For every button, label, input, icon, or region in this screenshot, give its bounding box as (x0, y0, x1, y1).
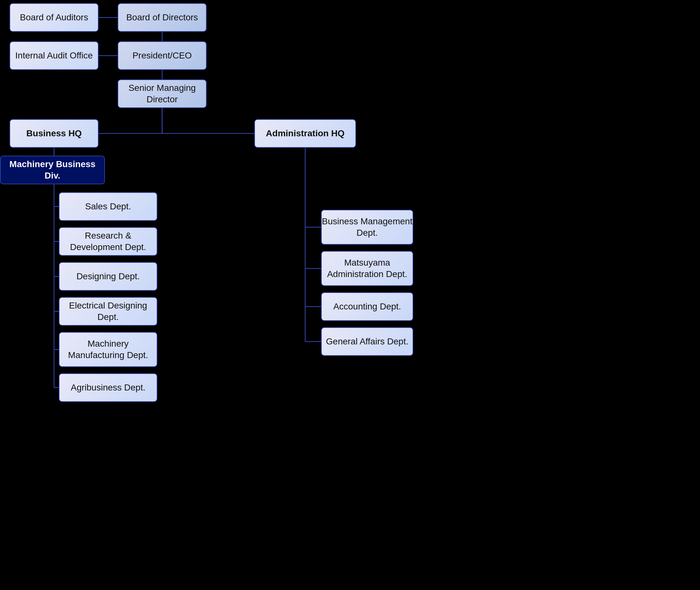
machinery-manufacturing-dept-label: Machinery Manufacturing Dept. (60, 338, 157, 361)
agribusiness-dept-label: Agribusiness Dept. (71, 382, 145, 393)
accounting-dept-node: Accounting Dept. (321, 292, 413, 321)
business-hq-label: Business HQ (26, 128, 82, 139)
machinery-business-div-label: Machinery Business Div. (1, 159, 104, 182)
designing-dept-label: Designing Dept. (76, 271, 140, 282)
business-hq-node: Business HQ (10, 119, 99, 148)
agribusiness-dept-node: Agribusiness Dept. (59, 373, 157, 402)
general-affairs-dept-label: General Affairs Dept. (326, 336, 408, 347)
sales-dept-label: Sales Dept. (85, 201, 131, 212)
research-dev-dept-label: Research & Development Dept. (60, 230, 157, 253)
general-affairs-dept-node: General Affairs Dept. (321, 327, 413, 356)
business-management-dept-node: Business Management Dept. (321, 210, 413, 244)
administration-hq-node: Administration HQ (254, 119, 356, 148)
matsuyama-admin-dept-node: Matsuyama Administration Dept. (321, 251, 413, 286)
internal-audit-office-node: Internal Audit Office (10, 41, 99, 70)
business-management-dept-label: Business Management Dept. (322, 216, 413, 239)
org-chart: Board of Auditors Board of Directors Int… (0, 0, 700, 590)
sales-dept-node: Sales Dept. (59, 192, 157, 221)
board-of-auditors-node: Board of Auditors (10, 3, 99, 32)
machinery-business-div-node: Machinery Business Div. (0, 156, 105, 184)
senior-managing-director-label: Senior Managing Director (118, 82, 206, 105)
president-ceo-node: President/CEO (118, 41, 207, 70)
electrical-designing-dept-label: Electrical Designing Dept. (60, 300, 157, 323)
machinery-manufacturing-dept-node: Machinery Manufacturing Dept. (59, 332, 157, 367)
accounting-dept-label: Accounting Dept. (333, 301, 401, 312)
matsuyama-admin-dept-label: Matsuyama Administration Dept. (322, 257, 413, 280)
board-of-directors-label: Board of Directors (126, 12, 198, 23)
senior-managing-director-node: Senior Managing Director (118, 79, 207, 108)
president-ceo-label: President/CEO (133, 50, 192, 61)
research-dev-dept-node: Research & Development Dept. (59, 227, 157, 256)
electrical-designing-dept-node: Electrical Designing Dept. (59, 297, 157, 326)
designing-dept-node: Designing Dept. (59, 262, 157, 291)
board-of-directors-node: Board of Directors (118, 3, 207, 32)
internal-audit-office-label: Internal Audit Office (15, 50, 93, 61)
administration-hq-label: Administration HQ (266, 128, 344, 139)
board-of-auditors-label: Board of Auditors (20, 12, 88, 23)
